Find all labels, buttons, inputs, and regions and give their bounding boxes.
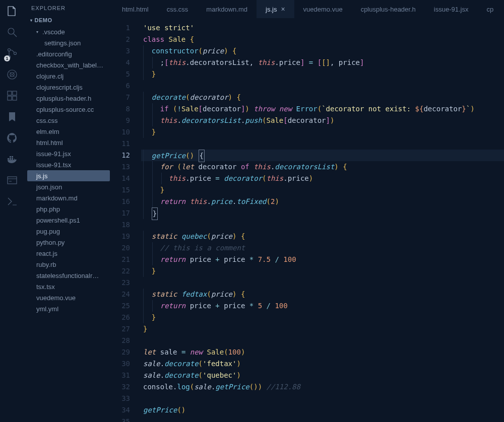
close-icon[interactable]: × [281,5,285,13]
tree-file[interactable]: clojure.clj [24,71,113,82]
tree-file[interactable]: vuedemo.vue [24,292,113,303]
code-line[interactable]: decorate(decorator) { [141,92,504,103]
editor[interactable]: 1234567891011121314151617181920212223242… [113,18,504,422]
code-line[interactable]: this.price = decorator(this.price) [141,173,504,184]
tree-file[interactable]: powershell.ps1 [24,215,113,226]
tree-file[interactable]: issue-91.jsx [24,148,113,159]
extensions-icon[interactable] [6,90,18,102]
code-line[interactable]: console.log(sale.getPrice()) //112.88 [141,381,504,393]
code-line[interactable]: return price + price * 5 / 100 [141,300,504,312]
code-line[interactable]: } [141,323,504,335]
code-line[interactable]: getPrice() { [141,150,504,161]
search-icon[interactable] [6,26,18,38]
tree-file[interactable]: statelessfunctionalr… [24,270,113,281]
code-line[interactable]: class Sale { [141,34,504,45]
code-line[interactable]: getPrice() [141,404,504,416]
code-line[interactable]: sale.decorate('quebec') [141,370,504,381]
code-line[interactable]: } [141,184,504,196]
tree-item-label: html.html [36,139,63,147]
code-line[interactable] [141,277,504,289]
code-line[interactable]: sale.decorate('fedtax') [141,358,504,370]
code[interactable]: 'use strict'class Sale { constructor(pri… [141,22,504,422]
docker-icon[interactable] [6,153,18,165]
svg-point-3 [14,52,17,55]
editor-area: html.htmlcss.cssmarkdown.mdjs.js×vuedemo… [113,0,504,422]
tree-folder[interactable]: ▾.vscode [24,26,113,37]
tree-file[interactable]: js.js [27,170,110,181]
code-line[interactable]: 'use strict' [141,22,504,34]
code-line[interactable]: // this is a comment [141,242,504,254]
tree-item-label: statelessfunctionalr… [36,272,99,279]
editor-tab[interactable]: markdown.md [197,0,257,18]
tree-file[interactable]: cplusplus-header.h [24,93,113,104]
tree-file[interactable]: react.js [24,248,113,259]
terminal-icon[interactable] [6,195,18,207]
source-control-icon[interactable]: 1 [6,47,18,59]
editor-tab[interactable]: html.html [113,0,158,18]
editor-tab[interactable]: js.js× [257,0,294,18]
code-line[interactable] [141,416,504,422]
code-line[interactable]: } [141,207,504,219]
tree-item-label: vuedemo.vue [36,294,76,302]
tree-file[interactable]: python.py [24,237,113,248]
code-line[interactable]: return this.price.toFixed(2) [141,196,504,207]
tree-file[interactable]: css.css [24,115,113,126]
svg-rect-9 [13,96,17,100]
tree-file[interactable]: yml.yml [24,303,113,314]
line-number: 7 [113,92,130,103]
tree-file[interactable]: tsx.tsx [24,281,113,292]
tree-file[interactable]: settings.json [24,37,113,48]
code-line[interactable]: } [141,68,504,80]
line-number: 18 [113,219,130,231]
sidebar-title: EXPLORER [24,0,113,15]
code-line[interactable]: constructor(price) { [141,45,504,57]
editor-tab[interactable]: issue-91.jsx [425,0,478,18]
tree-file[interactable]: .editorconfig [24,48,113,59]
code-line[interactable] [141,335,504,346]
code-line[interactable] [141,138,504,150]
tree-file[interactable]: html.html [24,137,113,148]
github-icon[interactable] [6,132,18,144]
tree-file[interactable]: clojurescript.cljs [24,82,113,93]
code-line[interactable]: } [141,265,504,277]
explorer-icon[interactable] [6,5,18,17]
tree-file[interactable]: checkbox_with_label… [24,59,113,71]
code-line[interactable]: static fedtax(price) { [141,289,504,300]
activity-bar: 1 [0,0,24,422]
code-line[interactable]: static quebec(price) { [141,231,504,242]
tree-file[interactable]: ruby.rb [24,259,113,270]
tree-file[interactable]: pug.pug [24,226,113,237]
tree-root[interactable]: ▾ DEMO [24,15,113,26]
code-line[interactable] [141,219,504,231]
code-line[interactable]: this.decoratorsList.push(Sale[decorator]… [141,115,504,126]
browser-preview-icon[interactable] [6,174,18,186]
tab-bar: html.htmlcss.cssmarkdown.mdjs.js×vuedemo… [113,0,504,18]
source-control-badge: 1 [4,55,10,61]
bookmark-icon[interactable] [6,111,18,123]
tree-file[interactable]: markdown.md [24,192,113,203]
code-line[interactable]: for (let decorator of this.decoratorsLis… [141,161,504,173]
code-line[interactable]: if (!Sale[decorator]) throw new Error(`d… [141,103,504,115]
code-line[interactable] [141,393,504,404]
tree-file[interactable]: json.json [24,181,113,192]
tree-file[interactable]: php.php [24,203,113,215]
code-line[interactable]: return price + price * 7.5 / 100 [141,254,504,265]
tree-file[interactable]: elm.elm [24,126,113,137]
tab-label: js.js [266,6,277,13]
tab-label: issue-91.jsx [434,6,469,13]
editor-tab[interactable]: cp [477,0,502,18]
editor-tab[interactable]: cplusplus-header.h [352,0,425,18]
tree-file[interactable]: cplusplus-source.cc [24,104,113,115]
sidebar: EXPLORER ▾ DEMO ▾.vscodesettings.json.ed… [24,0,113,422]
code-line[interactable]: ;[this.decoratorsList, this.price] = [[]… [141,57,504,68]
editor-tab[interactable]: css.css [158,0,198,18]
tree-file[interactable]: issue-91.tsx [24,159,113,170]
line-number: 4 [113,57,130,68]
tree-item-label: python.py [36,239,65,246]
code-line[interactable]: } [141,126,504,138]
code-line[interactable] [141,80,504,92]
code-line[interactable]: let sale = new Sale(100) [141,346,504,358]
code-line[interactable]: } [141,312,504,323]
debug-icon[interactable] [6,68,18,81]
editor-tab[interactable]: vuedemo.vue [294,0,352,18]
